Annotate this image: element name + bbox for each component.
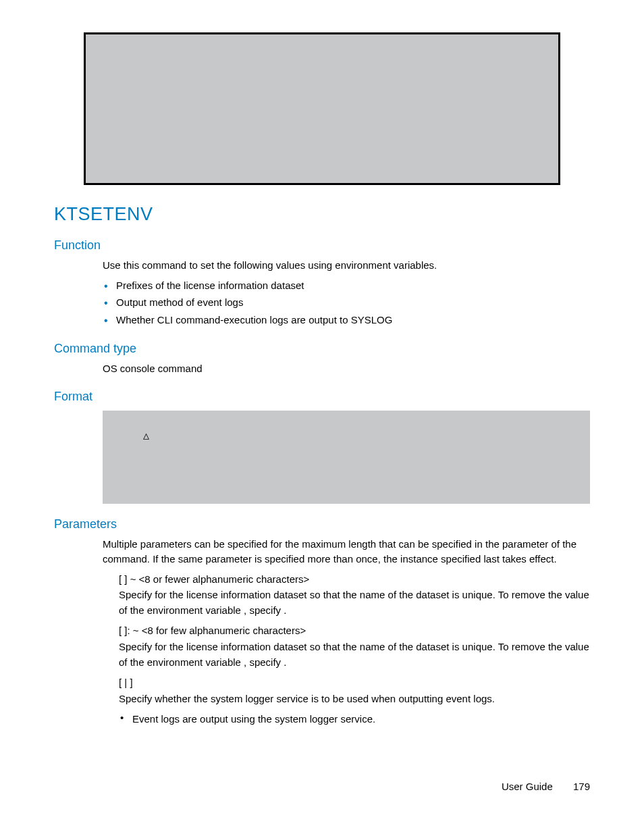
parameters-body: Multiple parameters can be specified for… — [103, 537, 590, 727]
section-heading-parameters: Parameters — [54, 517, 590, 531]
figure-placeholder — [84, 32, 560, 185]
parameter-description: Specify for the license information data… — [119, 640, 590, 670]
parameter-syntax: [ ]: ~ <8 for few alphanumeric character… — [119, 623, 590, 638]
page-footer: User Guide 179 — [54, 781, 590, 792]
parameter-item: [ ]: ~ <8 for few alphanumeric character… — [119, 623, 590, 670]
parameter-item: [ ] ~ <8 or fewer alphanumeric character… — [119, 572, 590, 619]
parameter-syntax: [ | ] — [119, 675, 590, 690]
delta-symbol: △ — [143, 431, 149, 442]
function-bullets: Prefixes of the license information data… — [103, 277, 590, 329]
function-intro: Use this command to set the following va… — [103, 258, 590, 273]
sub-bullet-text: Event logs are output using the system l… — [132, 712, 590, 727]
document-page: KTSETENV Function Use this command to se… — [0, 0, 644, 819]
list-item: Prefixes of the license information data… — [103, 277, 590, 294]
list-item: Output method of event logs — [103, 294, 590, 311]
section-heading-function: Function — [54, 238, 590, 253]
footer-guide-label: User Guide — [502, 781, 553, 792]
footer-page-number: 179 — [573, 781, 590, 792]
format-code-block: △ — [103, 411, 590, 504]
parameter-syntax: [ ] ~ <8 or fewer alphanumeric character… — [119, 572, 590, 587]
parameter-item: [ | ] Specify whether the system logger … — [119, 675, 590, 727]
command-title: KTSETENV — [54, 204, 590, 225]
function-body: Use this command to set the following va… — [103, 258, 590, 328]
command-type-text: OS console command — [103, 361, 590, 376]
parameters-intro: Multiple parameters can be specified for… — [103, 537, 590, 567]
list-item: Whether CLI command-execution logs are o… — [103, 311, 590, 329]
format-body: △ — [103, 411, 590, 504]
parameter-description: Specify for the license information data… — [119, 588, 590, 618]
section-heading-format: Format — [54, 390, 590, 404]
command-type-body: OS console command — [103, 361, 590, 376]
section-heading-command-type: Command type — [54, 342, 590, 356]
parameter-description: Specify whether the system logger servic… — [119, 692, 590, 707]
